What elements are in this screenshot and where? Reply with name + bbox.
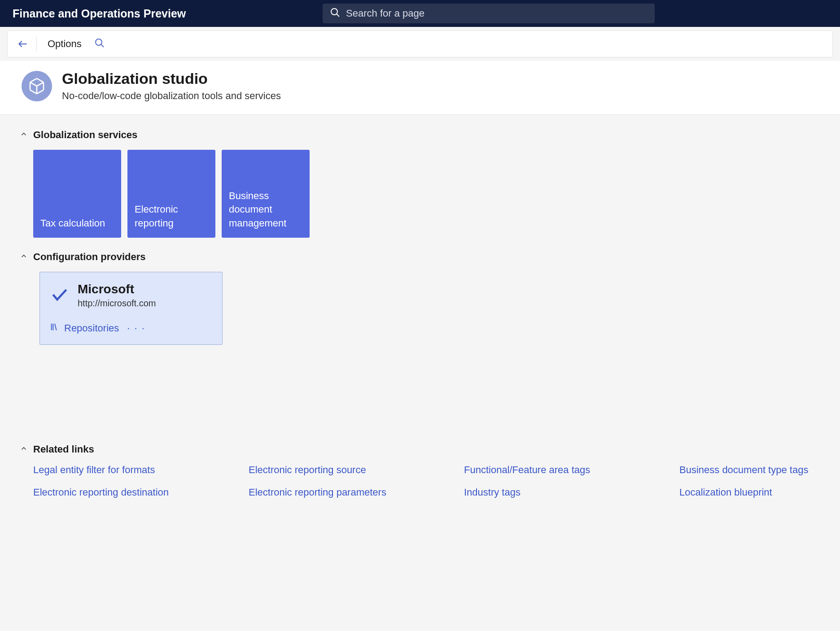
link-industry-tags[interactable]: Industry tags bbox=[464, 487, 670, 498]
checkmark-icon bbox=[50, 285, 70, 306]
back-button[interactable] bbox=[15, 36, 31, 52]
section-header-services[interactable]: Globalization services bbox=[20, 129, 820, 141]
provider-actions: Repositories · · · bbox=[50, 322, 212, 335]
svg-point-0 bbox=[331, 9, 337, 15]
chevron-up-icon bbox=[20, 444, 28, 454]
options-button[interactable]: Options bbox=[42, 38, 87, 50]
tile-label: Tax calculation bbox=[40, 217, 114, 231]
repositories-link[interactable]: Repositories bbox=[50, 322, 119, 335]
tile-electronic-reporting[interactable]: Electronic reporting bbox=[127, 150, 215, 238]
link-er-destination[interactable]: Electronic reporting destination bbox=[33, 487, 240, 498]
link-localization-blueprint[interactable]: Localization blueprint bbox=[679, 487, 840, 498]
search-container bbox=[323, 4, 655, 23]
link-business-doc-tags[interactable]: Business document type tags bbox=[679, 464, 840, 476]
chevron-up-icon bbox=[20, 130, 28, 140]
page-header: Globalization studio No-code/low-code gl… bbox=[0, 61, 840, 115]
chevron-up-icon bbox=[20, 252, 28, 262]
tile-business-document-management[interactable]: Business document management bbox=[222, 150, 310, 238]
tile-label: Electronic reporting bbox=[135, 203, 208, 231]
link-er-source[interactable]: Electronic reporting source bbox=[249, 464, 455, 476]
provider-card[interactable]: Microsoft http://microsoft.com Repositor… bbox=[39, 272, 223, 345]
top-bar: Finance and Operations Preview bbox=[0, 0, 840, 27]
svg-point-3 bbox=[96, 39, 102, 45]
app-title: Finance and Operations Preview bbox=[13, 7, 186, 20]
globalization-icon bbox=[22, 71, 52, 101]
section-title-services: Globalization services bbox=[33, 129, 137, 141]
svg-line-1 bbox=[337, 14, 339, 17]
action-bar: Options bbox=[7, 30, 833, 57]
link-er-parameters[interactable]: Electronic reporting parameters bbox=[249, 487, 455, 498]
page-title: Globalization studio bbox=[62, 70, 281, 87]
more-actions-button[interactable]: · · · bbox=[127, 322, 145, 334]
tile-tax-calculation[interactable]: Tax calculation bbox=[33, 150, 121, 238]
related-links-section: Related links Legal entity filter for fo… bbox=[20, 444, 820, 498]
section-title-providers: Configuration providers bbox=[33, 251, 146, 263]
search-input[interactable] bbox=[323, 4, 655, 23]
repository-icon bbox=[50, 322, 60, 335]
divider bbox=[36, 37, 37, 51]
provider-info: Microsoft http://microsoft.com bbox=[78, 282, 156, 309]
search-icon bbox=[330, 7, 341, 20]
tiles-row: Tax calculation Electronic reporting Bus… bbox=[33, 150, 820, 238]
provider-header: Microsoft http://microsoft.com bbox=[50, 282, 212, 309]
repositories-label: Repositories bbox=[64, 322, 119, 334]
page-title-block: Globalization studio No-code/low-code gl… bbox=[62, 70, 281, 102]
tile-label: Business document management bbox=[229, 189, 302, 231]
link-legal-entity-filter[interactable]: Legal entity filter for formats bbox=[33, 464, 240, 476]
page-subtitle: No-code/low-code globalization tools and… bbox=[62, 90, 281, 102]
provider-url: http://microsoft.com bbox=[78, 298, 156, 309]
content-area: Globalization services Tax calculation E… bbox=[0, 115, 840, 509]
svg-line-4 bbox=[101, 44, 104, 47]
section-title-related: Related links bbox=[33, 444, 94, 455]
provider-name: Microsoft bbox=[78, 282, 156, 296]
section-header-related[interactable]: Related links bbox=[20, 444, 820, 455]
action-search-button[interactable] bbox=[87, 38, 112, 50]
links-grid: Legal entity filter for formats Electron… bbox=[33, 464, 820, 498]
section-header-providers[interactable]: Configuration providers bbox=[20, 251, 820, 263]
link-functional-tags[interactable]: Functional/Feature area tags bbox=[464, 464, 670, 476]
